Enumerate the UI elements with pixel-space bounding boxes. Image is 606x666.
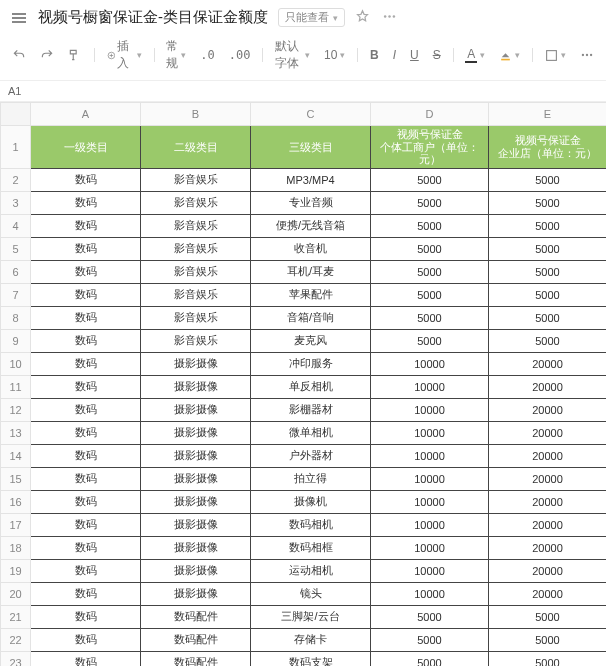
more-icon[interactable]	[382, 9, 397, 27]
strike-button[interactable]: S	[429, 46, 445, 64]
data-cell[interactable]: 苹果配件	[251, 283, 371, 306]
data-cell[interactable]: 20000	[489, 513, 607, 536]
data-cell[interactable]: 数码	[31, 168, 141, 191]
row-header[interactable]: 19	[1, 559, 31, 582]
data-cell[interactable]: 冲印服务	[251, 352, 371, 375]
data-cell[interactable]: 5000	[371, 237, 489, 260]
row-header[interactable]: 18	[1, 536, 31, 559]
data-cell[interactable]: 10000	[371, 490, 489, 513]
data-cell[interactable]: 专业音频	[251, 191, 371, 214]
data-cell[interactable]: 数码	[31, 398, 141, 421]
data-cell[interactable]: 数码	[31, 467, 141, 490]
data-cell[interactable]: 20000	[489, 559, 607, 582]
data-cell[interactable]: 数码	[31, 536, 141, 559]
undo-button[interactable]	[8, 46, 30, 64]
data-cell[interactable]: 摄影摄像	[141, 490, 251, 513]
data-cell[interactable]: 5000	[371, 329, 489, 352]
row-header[interactable]: 17	[1, 513, 31, 536]
insert-button[interactable]: 插入 ▾	[103, 36, 146, 74]
data-cell[interactable]: 10000	[371, 513, 489, 536]
data-cell[interactable]: MP3/MP4	[251, 168, 371, 191]
data-cell[interactable]: 20000	[489, 490, 607, 513]
data-cell[interactable]: 摄影摄像	[141, 352, 251, 375]
data-cell[interactable]: 数码	[31, 352, 141, 375]
more-tools-button[interactable]	[576, 46, 598, 64]
data-cell[interactable]: 影音娱乐	[141, 214, 251, 237]
data-cell[interactable]: 10000	[371, 421, 489, 444]
data-cell[interactable]: 收音机	[251, 237, 371, 260]
data-cell[interactable]: 影音娱乐	[141, 329, 251, 352]
column-header[interactable]: B	[141, 103, 251, 126]
data-cell[interactable]: 数码	[31, 582, 141, 605]
row-header[interactable]: 21	[1, 605, 31, 628]
borders-button[interactable]: ▾	[541, 47, 570, 64]
row-header[interactable]: 2	[1, 168, 31, 191]
data-cell[interactable]: 存储卡	[251, 628, 371, 651]
data-cell[interactable]: 5000	[489, 329, 607, 352]
data-cell[interactable]: 5000	[371, 306, 489, 329]
data-cell[interactable]: 数码	[31, 490, 141, 513]
data-cell[interactable]: 影音娱乐	[141, 168, 251, 191]
data-cell[interactable]: 数码	[31, 306, 141, 329]
data-cell[interactable]: 5000	[489, 283, 607, 306]
data-cell[interactable]: 摄影摄像	[141, 559, 251, 582]
data-cell[interactable]: 镜头	[251, 582, 371, 605]
decimal-inc-button[interactable]: .00	[225, 46, 255, 64]
data-cell[interactable]: 5000	[489, 168, 607, 191]
data-cell[interactable]: 5000	[489, 237, 607, 260]
data-cell[interactable]: 20000	[489, 398, 607, 421]
font-size-select[interactable]: 10 ▾	[320, 46, 349, 64]
format-painter-button[interactable]	[64, 46, 86, 64]
data-cell[interactable]: 拍立得	[251, 467, 371, 490]
data-cell[interactable]: 运动相机	[251, 559, 371, 582]
row-header[interactable]: 3	[1, 191, 31, 214]
data-cell[interactable]: 5000	[371, 283, 489, 306]
data-cell[interactable]: 摄影摄像	[141, 444, 251, 467]
italic-button[interactable]: I	[389, 46, 400, 64]
data-cell[interactable]: 影音娱乐	[141, 191, 251, 214]
row-header[interactable]: 1	[1, 126, 31, 169]
spreadsheet-grid[interactable]: A B C D E 1一级类目二级类目三级类目视频号保证金 个体工商户（单位：元…	[0, 102, 606, 666]
data-cell[interactable]: 数码	[31, 444, 141, 467]
column-header[interactable]: A	[31, 103, 141, 126]
row-header[interactable]: 22	[1, 628, 31, 651]
data-cell[interactable]: 数码	[31, 651, 141, 666]
row-header[interactable]: 12	[1, 398, 31, 421]
data-cell[interactable]: 数码	[31, 260, 141, 283]
data-cell[interactable]: 5000	[489, 260, 607, 283]
data-cell[interactable]: 20000	[489, 375, 607, 398]
permission-badge[interactable]: 只能查看 ▾	[278, 8, 345, 27]
menu-icon[interactable]	[10, 9, 28, 27]
decimal-dec-button[interactable]: .0	[196, 46, 218, 64]
number-format-select[interactable]: 常规 ▾	[162, 36, 190, 74]
data-cell[interactable]: 10000	[371, 375, 489, 398]
row-header[interactable]: 13	[1, 421, 31, 444]
header-cell[interactable]: 视频号保证金 个体工商户（单位：元）	[371, 126, 489, 169]
row-header[interactable]: 10	[1, 352, 31, 375]
data-cell[interactable]: 5000	[371, 214, 489, 237]
data-cell[interactable]: 数码	[31, 513, 141, 536]
row-header[interactable]: 11	[1, 375, 31, 398]
data-cell[interactable]: 数码相机	[251, 513, 371, 536]
data-cell[interactable]: 5000	[489, 651, 607, 666]
data-cell[interactable]: 影音娱乐	[141, 260, 251, 283]
data-cell[interactable]: 数码支架	[251, 651, 371, 666]
data-cell[interactable]: 5000	[371, 651, 489, 666]
data-cell[interactable]: 摄影摄像	[141, 513, 251, 536]
data-cell[interactable]: 影音娱乐	[141, 283, 251, 306]
data-cell[interactable]: 20000	[489, 582, 607, 605]
data-cell[interactable]: 数码	[31, 214, 141, 237]
data-cell[interactable]: 麦克风	[251, 329, 371, 352]
data-cell[interactable]: 5000	[371, 628, 489, 651]
data-cell[interactable]: 10000	[371, 467, 489, 490]
data-cell[interactable]: 10000	[371, 398, 489, 421]
row-header[interactable]: 20	[1, 582, 31, 605]
data-cell[interactable]: 影音娱乐	[141, 306, 251, 329]
data-cell[interactable]: 10000	[371, 559, 489, 582]
data-cell[interactable]: 5000	[371, 168, 489, 191]
header-cell[interactable]: 二级类目	[141, 126, 251, 169]
text-color-button[interactable]: A▾	[461, 45, 489, 65]
underline-button[interactable]: U	[406, 46, 423, 64]
data-cell[interactable]: 10000	[371, 444, 489, 467]
data-cell[interactable]: 数码	[31, 605, 141, 628]
